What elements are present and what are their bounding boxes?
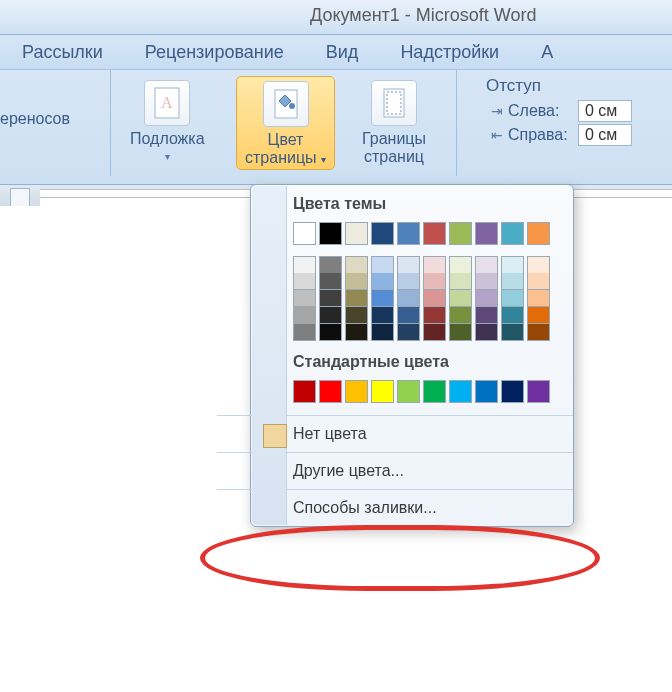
theme-colors-heading: Цвета темы — [291, 191, 567, 219]
color-swatch[interactable] — [293, 290, 316, 307]
color-swatch[interactable] — [397, 324, 420, 341]
color-swatch[interactable] — [475, 290, 498, 307]
color-swatch[interactable] — [371, 222, 394, 245]
color-swatch[interactable] — [293, 324, 316, 341]
color-swatch[interactable] — [397, 273, 420, 290]
color-swatch[interactable] — [501, 307, 524, 324]
color-swatch[interactable] — [371, 380, 394, 403]
tab-mailings[interactable]: Рассылки — [18, 36, 107, 69]
color-swatch[interactable] — [501, 290, 524, 307]
color-swatch[interactable] — [319, 290, 342, 307]
color-swatch[interactable] — [501, 222, 524, 245]
color-swatch[interactable] — [475, 256, 498, 274]
color-swatch[interactable] — [397, 307, 420, 324]
tab-partial[interactable]: А — [537, 36, 557, 69]
color-swatch[interactable] — [475, 307, 498, 324]
color-swatch[interactable] — [527, 290, 550, 307]
indent-right-value[interactable]: 0 см — [578, 124, 632, 146]
color-swatch[interactable] — [527, 256, 550, 274]
color-swatch[interactable] — [371, 256, 394, 274]
color-swatch[interactable] — [449, 222, 472, 245]
color-swatch[interactable] — [319, 273, 342, 290]
tab-addins[interactable]: Надстройки — [396, 36, 503, 69]
color-swatch[interactable] — [501, 273, 524, 290]
color-swatch[interactable] — [501, 256, 524, 274]
indent-heading: Отступ — [486, 76, 656, 96]
color-swatch[interactable] — [423, 307, 446, 324]
recent-color-chip[interactable] — [263, 424, 287, 448]
color-swatch[interactable] — [475, 380, 498, 403]
color-swatch[interactable] — [397, 222, 420, 245]
fill-effects-item[interactable]: Способы заливки... — [291, 494, 567, 522]
color-swatch[interactable] — [293, 222, 316, 245]
color-swatch[interactable] — [423, 324, 446, 341]
color-swatch[interactable] — [475, 324, 498, 341]
indent-left-value[interactable]: 0 см — [578, 100, 632, 122]
color-swatch[interactable] — [527, 307, 550, 324]
page-color-dropdown: Цвета темы Стандартные цвета Нет цвета Д… — [250, 184, 574, 527]
color-swatch[interactable] — [371, 273, 394, 290]
svg-text:A: A — [161, 94, 173, 111]
color-swatch[interactable] — [345, 307, 368, 324]
color-swatch[interactable] — [475, 273, 498, 290]
color-swatch[interactable] — [371, 324, 394, 341]
color-swatch[interactable] — [345, 380, 368, 403]
color-swatch[interactable] — [319, 324, 342, 341]
theme-colors-row[interactable] — [291, 219, 567, 253]
page-borders-label-2: страниц — [364, 148, 424, 165]
tab-view[interactable]: Вид — [322, 36, 363, 69]
hyphenation-fragment[interactable]: ереносов — [0, 110, 70, 128]
color-swatch[interactable] — [371, 290, 394, 307]
color-swatch[interactable] — [345, 290, 368, 307]
color-swatch[interactable] — [449, 256, 472, 274]
color-swatch[interactable] — [501, 380, 524, 403]
color-swatch[interactable] — [449, 324, 472, 341]
color-swatch[interactable] — [345, 256, 368, 274]
color-swatch[interactable] — [345, 324, 368, 341]
color-swatch[interactable] — [293, 307, 316, 324]
titlebar: Документ1 - Microsoft Word — [0, 0, 672, 35]
color-swatch[interactable] — [449, 273, 472, 290]
window-title: Документ1 - Microsoft Word — [310, 5, 537, 26]
color-swatch[interactable] — [319, 256, 342, 274]
color-swatch[interactable] — [527, 222, 550, 245]
color-swatch[interactable] — [397, 290, 420, 307]
more-colors-item[interactable]: Другие цвета... — [291, 457, 567, 485]
watermark-button[interactable]: A Подложка ▾ — [122, 76, 213, 166]
ribbon: ереносов A Подложка ▾ Цветстраницы ▾ — [0, 70, 672, 185]
color-swatch[interactable] — [423, 256, 446, 274]
page-borders-button[interactable]: Границыстраниц — [354, 76, 434, 166]
color-swatch[interactable] — [527, 273, 550, 290]
color-swatch[interactable] — [345, 222, 368, 245]
color-swatch[interactable] — [293, 273, 316, 290]
color-swatch[interactable] — [423, 222, 446, 245]
color-swatch[interactable] — [319, 380, 342, 403]
color-swatch[interactable] — [501, 324, 524, 341]
color-swatch[interactable] — [371, 307, 394, 324]
page-color-button[interactable]: Цветстраницы ▾ — [236, 76, 335, 170]
color-swatch[interactable] — [293, 256, 316, 274]
no-color-item[interactable]: Нет цвета — [291, 420, 567, 448]
color-swatch[interactable] — [423, 290, 446, 307]
color-swatch[interactable] — [527, 324, 550, 341]
color-swatch[interactable] — [423, 273, 446, 290]
indent-right-icon: ⇤ — [486, 127, 508, 143]
tab-selector[interactable] — [10, 188, 30, 208]
color-swatch[interactable] — [319, 307, 342, 324]
theme-color-shades[interactable] — [291, 253, 567, 349]
standard-colors-row[interactable] — [291, 377, 567, 411]
standard-colors-heading: Стандартные цвета — [291, 349, 567, 377]
color-swatch[interactable] — [449, 290, 472, 307]
color-swatch[interactable] — [423, 380, 446, 403]
color-swatch[interactable] — [293, 380, 316, 403]
color-swatch[interactable] — [397, 256, 420, 274]
color-swatch[interactable] — [449, 380, 472, 403]
color-swatch[interactable] — [319, 222, 342, 245]
color-swatch[interactable] — [345, 273, 368, 290]
tab-review[interactable]: Рецензирование — [141, 36, 288, 69]
color-swatch[interactable] — [449, 307, 472, 324]
color-swatch[interactable] — [397, 380, 420, 403]
color-swatch[interactable] — [527, 380, 550, 403]
color-swatch[interactable] — [475, 222, 498, 245]
indent-left-icon: ⇥ — [486, 103, 508, 119]
